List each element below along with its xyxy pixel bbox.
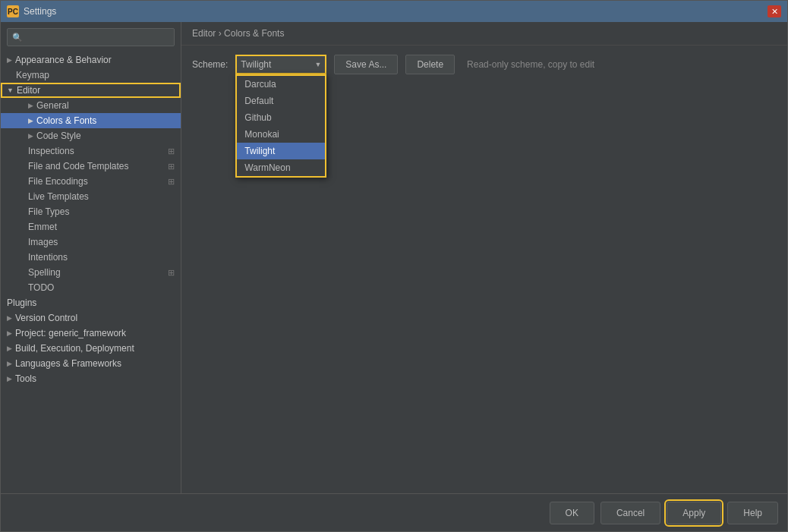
sidebar-item-file-types[interactable]: File Types [1,204,181,219]
sidebar-item-editor[interactable]: ▼ Editor [1,83,181,98]
settings-icon: ⊞ [168,162,175,172]
arrow-icon: ▶ [7,345,12,352]
settings-icon: ⊞ [168,177,175,187]
dropdown-item-darcula[interactable]: Darcula [237,76,325,93]
ok-button[interactable]: OK [550,502,594,524]
arrow-icon: ▶ [7,329,12,337]
arrow-icon: ▶ [28,132,33,140]
scheme-dropdown-menu: Darcula Default Github Monokai Twilight … [235,74,326,178]
scheme-selected-value: Twilight [241,59,271,70]
sidebar-item-todo[interactable]: TODO [1,280,181,295]
main-panel: Editor › Colors & Fonts Scheme: Twilight… [181,22,787,493]
arrow-icon: ▶ [28,102,33,109]
sidebar-item-inspections[interactable]: Inspections ⊞ [1,143,181,159]
sidebar-item-file-encodings[interactable]: File Encodings ⊞ [1,174,181,189]
arrow-icon: ▶ [7,56,12,64]
scheme-dropdown-wrapper: Twilight ▼ Darcula Default Github Monoka… [235,55,326,74]
sidebar-item-languages[interactable]: ▶ Languages & Frameworks [1,356,181,371]
close-button[interactable]: ✕ [768,5,781,17]
sidebar-item-version-control[interactable]: ▶ Version Control [1,310,181,326]
sidebar-item-appearance[interactable]: ▶ Appearance & Behavior [1,52,181,68]
dropdown-item-monokai[interactable]: Monokai [237,126,325,143]
sidebar-item-emmet[interactable]: Emmet [1,219,181,235]
sidebar-item-plugins[interactable]: Plugins [1,295,181,310]
app-icon: PC [7,5,19,17]
settings-icon: ⊞ [168,268,175,278]
search-box[interactable]: 🔍 [7,28,175,46]
breadcrumb: Editor › Colors & Fonts [181,22,787,46]
sidebar-item-tools[interactable]: ▶ Tools [1,371,181,386]
scheme-dropdown[interactable]: Twilight ▼ [235,55,326,74]
delete-button[interactable]: Delete [405,55,455,74]
cancel-button[interactable]: Cancel [600,502,660,524]
arrow-icon: ▶ [7,314,12,322]
content-area: 🔍 ▶ Appearance & Behavior Keymap ▼ Edito… [1,22,787,493]
footer: OK Cancel Apply Help [1,493,787,531]
settings-icon: ⊞ [168,146,175,156]
arrow-icon: ▼ [7,87,14,94]
settings-window: PC Settings ✕ 🔍 ▶ Appearance & Behavior … [0,0,788,532]
sidebar-item-file-code-templates[interactable]: File and Code Templates ⊞ [1,159,181,174]
arrow-icon: ▶ [28,117,33,124]
arrow-icon: ▶ [7,360,12,367]
dropdown-item-default[interactable]: Default [237,93,325,109]
save-as-button[interactable]: Save As... [334,55,398,74]
readonly-scheme-text: Read-only scheme, copy to edit [467,59,594,70]
help-button[interactable]: Help [727,502,778,524]
dropdown-item-github[interactable]: Github [237,109,325,126]
chevron-down-icon: ▼ [314,61,321,68]
sidebar: 🔍 ▶ Appearance & Behavior Keymap ▼ Edito… [1,22,181,493]
sidebar-item-keymap[interactable]: Keymap [1,68,181,83]
dropdown-item-warmneon[interactable]: WarmNeon [237,159,325,176]
arrow-icon: ▶ [7,375,12,382]
titlebar: PC Settings ✕ [1,1,787,22]
apply-button[interactable]: Apply [667,502,721,524]
sidebar-item-project[interactable]: ▶ Project: generic_framework [1,326,181,341]
scheme-label: Scheme: [192,59,228,70]
sidebar-item-code-style[interactable]: ▶ Code Style [1,128,181,143]
sidebar-item-live-templates[interactable]: Live Templates [1,189,181,204]
search-input[interactable] [26,33,169,42]
dropdown-item-twilight[interactable]: Twilight [237,143,325,159]
sidebar-item-general[interactable]: ▶ General [1,98,181,113]
sidebar-item-build[interactable]: ▶ Build, Execution, Deployment [1,341,181,356]
sidebar-item-images[interactable]: Images [1,235,181,250]
panel-content: Scheme: Twilight ▼ Darcula Default Githu… [181,46,787,493]
scheme-row: Scheme: Twilight ▼ Darcula Default Githu… [192,55,777,74]
search-icon: 🔍 [12,33,23,42]
window-title: Settings [24,6,763,17]
sidebar-item-spelling[interactable]: Spelling ⊞ [1,265,181,280]
sidebar-item-intentions[interactable]: Intentions [1,250,181,265]
sidebar-item-colors-fonts[interactable]: ▶ Colors & Fonts [1,113,181,128]
